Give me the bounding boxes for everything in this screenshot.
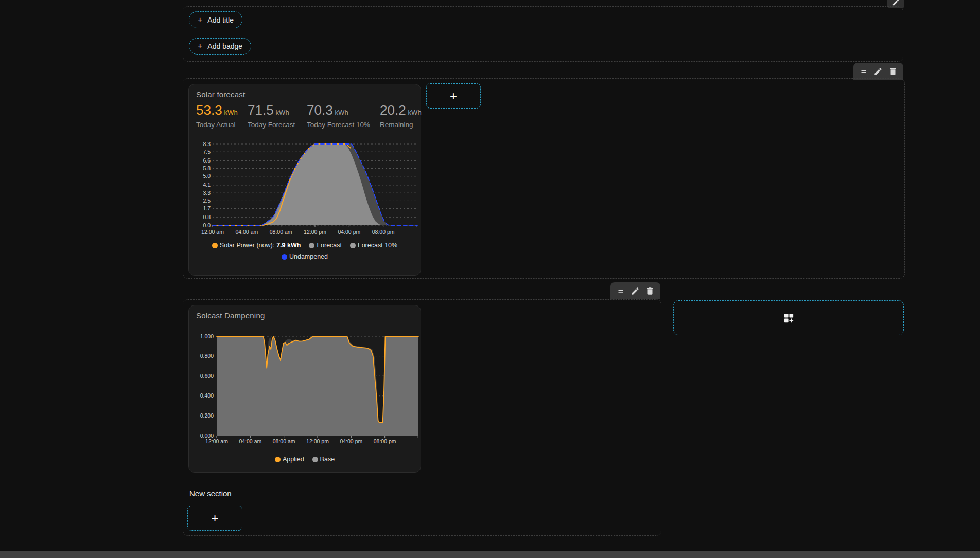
svg-text:12:00 pm: 12:00 pm	[304, 229, 326, 235]
svg-text:1.7: 1.7	[203, 205, 211, 211]
add-section-button[interactable]	[673, 300, 904, 335]
stat-value: 70.3	[307, 103, 333, 118]
legend-dot	[350, 243, 356, 248]
legend-label: Base	[320, 456, 335, 463]
pencil-icon	[892, 0, 900, 6]
plus-icon: +	[211, 512, 218, 525]
drag-handle-icon[interactable]	[614, 284, 627, 298]
legend-dot	[312, 457, 318, 462]
solcast-dampening-chart: 0.0000.2000.4000.6000.8001.00012:00 am04…	[193, 330, 419, 446]
legend-label: Forecast	[317, 242, 342, 249]
svg-text:8.3: 8.3	[203, 141, 211, 147]
svg-text:7.5: 7.5	[203, 149, 211, 155]
section-toolbar	[853, 63, 903, 80]
edit-section-icon[interactable]	[871, 65, 885, 78]
stat-value: 20.2	[380, 103, 406, 118]
stat-unit: kWh	[276, 109, 289, 116]
svg-text:5.0: 5.0	[203, 173, 211, 179]
add-title-label: Add title	[207, 16, 234, 24]
stat-value: 53.3	[196, 103, 222, 118]
legend-row: Solar Power (now): 7.9 kWhForecastForeca…	[212, 242, 397, 249]
add-badge-label: Add badge	[207, 42, 242, 50]
legend-value: 7.9 kWh	[276, 242, 301, 249]
solar-forecast-chart: 0.00.81.72.53.34.15.05.86.67.58.312:00 a…	[197, 140, 419, 238]
svg-text:12:00 pm: 12:00 pm	[306, 438, 329, 444]
section-toolbar	[610, 282, 660, 299]
legend-label: Forecast 10%	[358, 242, 397, 249]
legend-row: Undampened	[282, 253, 328, 260]
solcast-dampening-card[interactable]: Solcast Dampening 0.0000.2000.4000.6000.…	[188, 305, 421, 473]
svg-text:5.8: 5.8	[203, 165, 211, 171]
stat-value: 71.5	[248, 103, 274, 118]
legend-dot	[309, 243, 314, 248]
stat-remaining: 20.2kWh Remaining	[380, 103, 422, 129]
legend-row: AppliedBase	[275, 456, 335, 463]
new-section-add-button[interactable]: +	[187, 506, 242, 531]
svg-text:04:00 am: 04:00 am	[239, 438, 261, 444]
svg-text:04:00 pm: 04:00 pm	[338, 229, 360, 235]
plus-icon: +	[198, 16, 202, 24]
svg-text:2.5: 2.5	[203, 197, 211, 204]
solar-forecast-legend: Solar Power (now): 7.9 kWhForecastForeca…	[189, 242, 421, 260]
solar-forecast-card[interactable]: Solar forecast 53.3kWh Today Actual 71.5…	[188, 84, 421, 276]
stat-unit: kWh	[224, 109, 238, 116]
stat-label: Today Forecast	[248, 121, 295, 129]
legend-item[interactable]: Base	[312, 456, 335, 463]
legend-item[interactable]: Forecast 10%	[350, 242, 397, 249]
horizontal-scrollbar[interactable]	[0, 551, 980, 558]
svg-text:0.600: 0.600	[200, 373, 214, 379]
legend-dot	[212, 243, 218, 248]
plus-icon: +	[198, 42, 202, 50]
legend-item[interactable]: Undampened	[282, 253, 328, 260]
svg-text:4.1: 4.1	[203, 182, 211, 188]
legend-item[interactable]: Forecast	[309, 242, 342, 249]
card-title: Solar forecast	[196, 90, 245, 99]
delete-section-icon[interactable]	[886, 65, 900, 78]
svg-text:0.000: 0.000	[200, 433, 214, 439]
solcast-dampening-legend: AppliedBase	[189, 456, 421, 463]
view-header-section: + Add title + Add badge	[183, 6, 903, 62]
svg-text:0.200: 0.200	[200, 412, 214, 419]
svg-text:04:00 am: 04:00 am	[235, 229, 258, 235]
add-badge-button[interactable]: + Add badge	[189, 38, 251, 55]
stat-today-forecast-10: 70.3kWh Today Forecast 10%	[307, 103, 370, 129]
svg-text:6.6: 6.6	[203, 157, 211, 164]
stat-unit: kWh	[335, 109, 348, 116]
legend-dot	[282, 254, 287, 260]
svg-text:0.0: 0.0	[203, 222, 211, 228]
svg-text:12:00 am: 12:00 am	[201, 229, 224, 235]
grid-plus-icon	[783, 312, 795, 324]
svg-text:0.8: 0.8	[203, 214, 211, 220]
stat-today-actual: 53.3kWh Today Actual	[196, 103, 238, 129]
delete-section-icon[interactable]	[643, 284, 657, 298]
stat-label: Remaining	[380, 121, 422, 129]
add-card-button[interactable]: +	[426, 83, 481, 109]
add-title-button[interactable]: + Add title	[189, 11, 242, 28]
svg-text:1.000: 1.000	[200, 333, 214, 339]
legend-dot	[275, 457, 281, 462]
stat-label: Today Actual	[196, 121, 238, 129]
svg-text:04:00 pm: 04:00 pm	[340, 438, 362, 444]
svg-text:08:00 pm: 08:00 pm	[374, 438, 396, 444]
new-section-label: New section	[189, 489, 232, 498]
legend-item[interactable]: Applied	[275, 456, 304, 463]
dashboard-edit-view: { "accents": {"cyan": "#2b9fc4", "orange…	[0, 0, 980, 558]
svg-text:0.400: 0.400	[200, 392, 214, 399]
legend-label: Solar Power (now):	[220, 242, 274, 249]
svg-text:08:00 pm: 08:00 pm	[372, 229, 395, 235]
svg-text:0.800: 0.800	[200, 353, 214, 359]
legend-label: Undampened	[289, 253, 328, 260]
stat-unit: kWh	[408, 109, 422, 116]
stat-today-forecast: 71.5kWh Today Forecast	[248, 103, 295, 129]
drag-handle-icon[interactable]	[857, 65, 870, 78]
card-title: Solcast Dampening	[196, 311, 265, 320]
svg-text:3.3: 3.3	[203, 190, 211, 196]
svg-text:12:00 am: 12:00 am	[205, 438, 228, 444]
svg-text:08:00 am: 08:00 am	[270, 229, 292, 235]
plus-icon: +	[450, 90, 457, 102]
stat-label: Today Forecast 10%	[307, 121, 370, 129]
edit-section-icon[interactable]	[628, 284, 642, 298]
svg-text:08:00 am: 08:00 am	[273, 438, 295, 444]
legend-label: Applied	[283, 456, 304, 463]
legend-item[interactable]: Solar Power (now): 7.9 kWh	[212, 242, 301, 249]
